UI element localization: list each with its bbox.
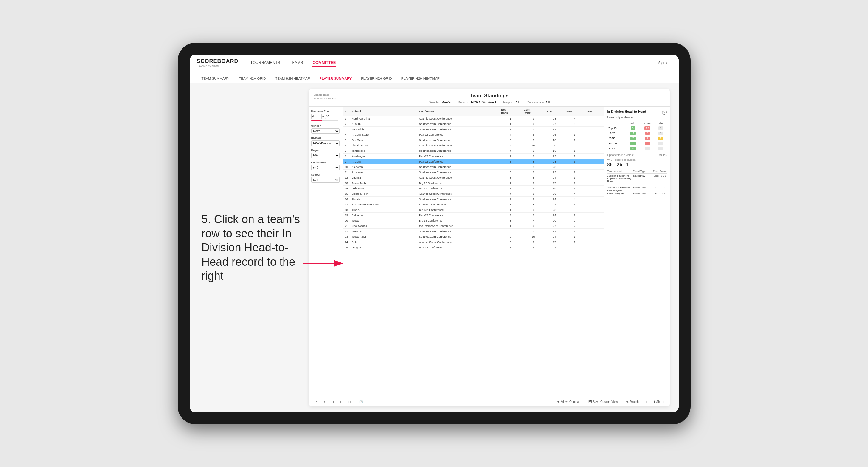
toolbar-watch[interactable]: 👁 Watch	[625, 400, 641, 404]
conference-select[interactable]: (All)	[311, 165, 340, 170]
toolbar-copy[interactable]: ⊞	[338, 400, 344, 404]
toolbar-share[interactable]: ⬆ Share	[651, 400, 666, 404]
h2h-wlt-value: 86 - 26 - 1	[608, 162, 667, 167]
table-row[interactable]: 1 North Carolina Atlantic Coast Conferen…	[343, 116, 604, 121]
table-row[interactable]: 19 California Pac-12 Conference 4 8 24 2	[343, 213, 604, 218]
school-cell: Texas Tech	[350, 180, 417, 186]
table-row[interactable]: 4 Arizona State Pac-12 Conference 4 6 26…	[343, 132, 604, 137]
rds-cell: 24	[545, 234, 564, 240]
conference-cell: Southern Conference	[417, 202, 499, 207]
table-row[interactable]: 24 Duke Atlantic Coast Conference 5 9 27…	[343, 240, 604, 245]
table-row[interactable]: 21 New Mexico Mountain West Conference 1…	[343, 223, 604, 229]
reg-rank-cell: 4	[499, 191, 522, 196]
conf-rank-cell: 9	[522, 240, 545, 245]
col-tour: Tour	[564, 107, 585, 116]
win-cell	[585, 229, 604, 234]
table-row[interactable]: 11 Arkansas Southeastern Conference 6 8 …	[343, 170, 604, 175]
table-row[interactable]: 17 East Tennessee State Southern Confere…	[343, 202, 604, 207]
rounds-slider[interactable]	[311, 120, 338, 121]
conference-cell: Southeastern Conference	[417, 196, 499, 202]
school-cell: Duke	[350, 240, 417, 245]
h2h-tie-cell: 0	[655, 126, 666, 131]
table-row[interactable]: 9 Arizona Pac-12 Conference 5 8 23 3	[343, 159, 604, 164]
win-cell	[585, 207, 604, 213]
filter-group-conference: Conference (All)	[311, 161, 341, 170]
nav-tournaments[interactable]: TOURNAMENTS	[250, 59, 280, 66]
main-content: 5. Click on a team's row to see their In…	[190, 83, 679, 412]
h2h-tournaments: Tournament Event Type Pos Score Jackson …	[608, 170, 667, 195]
sign-out-button[interactable]: Sign out	[653, 61, 671, 65]
table-row[interactable]: 3 Vanderbilt Southeastern Conference 2 8…	[343, 127, 604, 132]
school-cell: California	[350, 213, 417, 218]
toolbar-clock[interactable]: 🕐	[358, 400, 365, 404]
h2h-school-name: University of Arizona	[608, 116, 667, 119]
conf-rank-cell: 7	[522, 229, 545, 234]
table-row[interactable]: 7 Tennessee Southeastern Conference 4 6 …	[343, 148, 604, 154]
toolbar-sep-3	[622, 400, 622, 404]
reg-rank-cell: 1	[499, 121, 522, 127]
school-cell: Vanderbilt	[350, 127, 417, 132]
min-rounds-inputs: –	[311, 114, 341, 119]
school-select[interactable]: (All)	[311, 177, 340, 183]
panel-toolbar: ↩ ↪ ⏮ ⊞ ⊟ 🕐 👁 View: Original 💾 Sa	[309, 397, 670, 406]
toolbar-sep-1	[355, 400, 355, 404]
conference-cell: Big 12 Conference	[417, 218, 499, 223]
table-row[interactable]: 12 Virginia Atlantic Coast Conference 3 …	[343, 175, 604, 180]
nav-committee[interactable]: COMMITTEE	[312, 59, 336, 66]
conference-cell: Atlantic Coast Conference	[417, 116, 499, 121]
table-row[interactable]: 15 Georgia Tech Atlantic Coast Conferenc…	[343, 191, 604, 196]
h2h-col-category	[608, 121, 626, 126]
rank-cell: 7	[343, 148, 350, 154]
rds-cell: 24	[545, 196, 564, 202]
subnav-team-summary[interactable]: TEAM SUMMARY	[197, 74, 235, 83]
table-row[interactable]: 20 Texas Big 12 Conference 3 7 20 2	[343, 218, 604, 223]
conference-cell: Pac-12 Conference	[417, 132, 499, 137]
subnav-team-h2h-grid[interactable]: TEAM H2H GRID	[234, 74, 271, 83]
toolbar-step-back[interactable]: ⏮	[329, 400, 336, 404]
subnav-player-h2h-heatmap[interactable]: PLAYER H2H HEATMAP	[397, 74, 444, 83]
nav-teams[interactable]: TEAMS	[290, 59, 303, 66]
win-cell	[585, 202, 604, 207]
table-row[interactable]: 22 Georgia Southeastern Conference 8 7 2…	[343, 229, 604, 234]
table-row[interactable]: 18 Illinois Big Ten Conference 1 9 23 3	[343, 207, 604, 213]
view-original-label: View: Original	[561, 400, 580, 403]
table-row[interactable]: 8 Washington Pac-12 Conference 2 8 23 1	[343, 154, 604, 159]
school-cell: Arizona State	[350, 132, 417, 137]
rank-cell: 8	[343, 154, 350, 159]
conf-rank-cell: 9	[522, 186, 545, 191]
table-row[interactable]: 6 Florida State Atlantic Coast Conferenc…	[343, 143, 604, 148]
h2h-loss-cell: 13	[640, 126, 655, 131]
rds-cell: 26	[545, 186, 564, 191]
h2h-close-button[interactable]: ✕	[662, 110, 667, 115]
table-row[interactable]: 5 Ole Miss Southeastern Conference 3 6 1…	[343, 137, 604, 143]
table-row[interactable]: 16 Florida Southeastern Conference 7 9 2…	[343, 196, 604, 202]
max-rounds-input[interactable]	[325, 114, 336, 119]
table-row[interactable]: 2 Auburn Southeastern Conference 1 9 27 …	[343, 121, 604, 127]
table-row[interactable]: 14 Oklahoma Big 12 Conference 2 9 26 2	[343, 186, 604, 191]
win-cell	[585, 175, 604, 180]
rank-cell: 1	[343, 116, 350, 121]
toolbar-view-original[interactable]: 👁 View: Original	[556, 400, 582, 404]
tour-cell: 4	[564, 116, 585, 121]
tour-cell: 5	[564, 127, 585, 132]
school-cell: Oregon	[350, 245, 417, 250]
reg-rank-cell: 3	[499, 175, 522, 180]
conf-rank-cell: 10	[522, 143, 545, 148]
table-row[interactable]: 23 Texas A&M Southeastern Conference 9 1…	[343, 234, 604, 240]
table-row[interactable]: 10 Alabama Southeastern Conference 5 8 2…	[343, 164, 604, 170]
subnav-team-h2h-heatmap[interactable]: TEAM H2H HEATMAP	[271, 74, 315, 83]
gender-select[interactable]: Men's	[311, 128, 340, 134]
table-row[interactable]: 13 Texas Tech Big 12 Conference 1 9 27 2	[343, 180, 604, 186]
share-icon: ⬆	[653, 400, 655, 403]
table-row[interactable]: 25 Oregon Pac-12 Conference 5 7 21 0	[343, 245, 604, 250]
division-select[interactable]: NCAA Division I	[311, 141, 340, 146]
region-select[interactable]: N/A	[311, 153, 340, 158]
toolbar-save-custom[interactable]: 💾 Save Custom View	[587, 400, 620, 404]
subnav-player-summary[interactable]: PLAYER SUMMARY	[315, 74, 356, 83]
rank-cell: 17	[343, 202, 350, 207]
h2h-win-cell: 27	[626, 146, 640, 151]
toolbar-grid[interactable]: ⊞	[643, 400, 649, 404]
subnav-player-h2h-grid[interactable]: PLAYER H2H GRID	[356, 74, 397, 83]
toolbar-redo[interactable]: ↪	[321, 400, 327, 404]
toolbar-paste[interactable]: ⊟	[346, 400, 352, 404]
